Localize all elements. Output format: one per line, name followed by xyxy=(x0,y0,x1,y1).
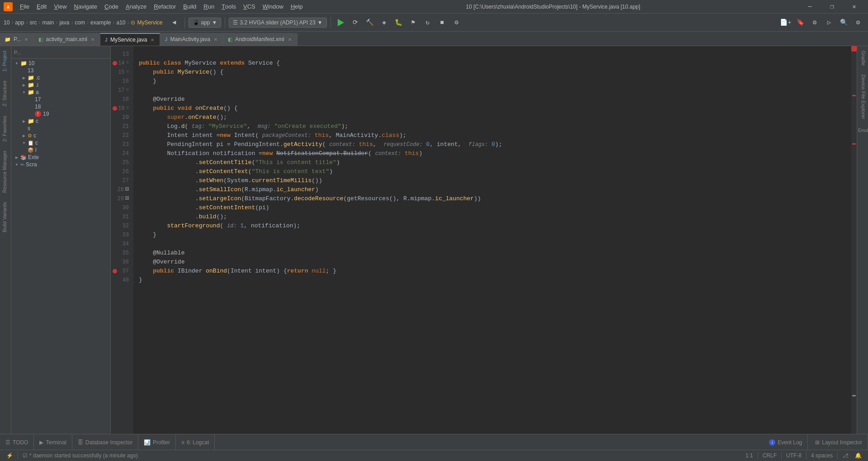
stop-button[interactable]: ■ xyxy=(436,16,448,29)
bottom-tab-database[interactable]: 🗄 Database Inspector xyxy=(72,434,138,450)
editor-area[interactable]: 13 14 ▽ 15 ▽ 16 17 ▽ xyxy=(111,46,857,434)
profile-button[interactable]: ◈ xyxy=(378,16,391,29)
breadcrumb-part-com[interactable]: java xyxy=(59,19,69,26)
breadcrumb-part-main[interactable]: src xyxy=(29,19,37,26)
tree-item-19[interactable]: ! 19 xyxy=(11,110,110,118)
gear-button[interactable]: ⚙ xyxy=(852,16,864,29)
bottom-tab-profiler[interactable]: 📊 Profiler xyxy=(138,434,176,450)
status-encoding[interactable]: UTF-8 xyxy=(783,450,804,461)
settings-button[interactable]: ⚙ xyxy=(450,16,463,29)
tree-item-c4[interactable]: 📋 c xyxy=(11,139,110,146)
tree-content[interactable]: 📁 10 13 📁 .c 📁 .i xyxy=(11,59,110,434)
avd-selector[interactable]: ☰ 3.2 HVGA slider (ADP1) API 23 ▼ xyxy=(229,18,326,28)
bottom-tab-event-log[interactable]: i Event Log xyxy=(764,434,808,450)
activity-main-tab-close[interactable]: ✕ xyxy=(90,37,95,42)
tree-item-c3[interactable]: ⚙ c xyxy=(11,132,110,139)
add-file-button[interactable]: 📄+ xyxy=(779,16,792,29)
myservice-tab-close[interactable]: ✕ xyxy=(150,37,155,43)
breakpoint-37[interactable] xyxy=(113,269,117,273)
breadcrumb-part-src[interactable]: app xyxy=(15,19,24,26)
run2-button[interactable]: ▷ xyxy=(823,16,835,29)
debug2-button[interactable]: ⚙ xyxy=(808,16,821,29)
device-selector[interactable]: 📱 app ▼ xyxy=(189,18,222,28)
menu-vcs[interactable]: VCS xyxy=(240,0,259,14)
code-content[interactable]: public class MyService extends Service {… xyxy=(133,46,851,434)
hammer-button[interactable]: 🔨 xyxy=(363,16,376,29)
sidebar-tab-build-variants[interactable]: Build Variants xyxy=(0,198,11,237)
tab-mainactivity[interactable]: J MainActivity.java ✕ xyxy=(160,33,223,46)
sidebar-tab-favorites[interactable]: 2: Favorites xyxy=(0,111,11,146)
tab-project[interactable]: 📁 P... ✕ xyxy=(0,33,34,46)
status-notifications[interactable]: 🔔 xyxy=(852,450,864,461)
bottom-tab-terminal[interactable]: ▶ Terminal xyxy=(34,434,72,450)
tree-item-18[interactable]: 18 xyxy=(11,103,110,110)
bottom-tab-layout-inspector[interactable]: ⊞ Layout Inspector xyxy=(810,434,868,450)
bottom-tab-logcat[interactable]: ≡ 6: Logcat xyxy=(176,434,215,450)
menu-view[interactable]: View xyxy=(50,0,70,14)
status-git[interactable]: ⎇ xyxy=(840,450,851,461)
tree-item-l[interactable]: 📦 l xyxy=(11,146,110,154)
breadcrumb-part-java[interactable]: main xyxy=(42,19,54,26)
breadcrumb-part-a10[interactable]: example xyxy=(90,19,111,26)
breadcrumb-part-a10-2[interactable]: a10 xyxy=(116,19,125,26)
maximize-button[interactable]: ❐ xyxy=(822,0,842,14)
sync-button[interactable]: ⟳ xyxy=(349,16,362,29)
status-cursor[interactable]: 1:1 xyxy=(743,450,756,461)
tree-item-13[interactable]: 13 xyxy=(11,67,110,74)
menu-refactor[interactable]: Refactor xyxy=(150,0,179,14)
tree-item-c1[interactable]: 📁 .c xyxy=(11,74,110,81)
sidebar-tab-project[interactable]: 1: Project xyxy=(0,46,11,76)
breadcrumb-active[interactable]: MyService xyxy=(137,19,162,26)
fold-15[interactable]: ▽ xyxy=(127,69,129,75)
tree-item-scra[interactable]: ✏ Scra xyxy=(11,161,110,168)
menu-run[interactable]: Run xyxy=(200,0,218,14)
menu-help[interactable]: Help xyxy=(287,0,307,14)
tree-item-10[interactable]: 📁 10 xyxy=(11,60,110,67)
tab-myservice[interactable]: J MyService.java ✕ xyxy=(100,33,160,46)
menu-tools[interactable]: Tools xyxy=(218,0,240,14)
coverage-button[interactable]: ⚑ xyxy=(407,16,420,29)
menu-build[interactable]: Build xyxy=(179,0,200,14)
menu-analyze[interactable]: Analyze xyxy=(122,0,150,14)
tree-item-17[interactable]: 17 xyxy=(11,96,110,103)
close-button[interactable]: ✕ xyxy=(844,0,864,14)
bookmark-button[interactable]: 🔖 xyxy=(794,16,807,29)
breakpoint-19[interactable] xyxy=(113,106,117,111)
menu-edit[interactable]: Edit xyxy=(33,0,50,14)
debug-button[interactable]: 🐛 xyxy=(392,16,405,29)
mainactivity-tab-close[interactable]: ✕ xyxy=(213,37,218,42)
fold-14[interactable]: ▽ xyxy=(127,60,129,66)
run-button[interactable] xyxy=(335,16,347,29)
status-indent[interactable]: 4 spaces xyxy=(808,450,835,461)
rsidebar-tab-device-file[interactable]: Device File Explorer xyxy=(857,70,868,123)
breakpoint-14[interactable] xyxy=(113,61,117,66)
fold-19[interactable]: ▽ xyxy=(127,105,129,112)
rsidebar-tab-gradle[interactable]: Gradle xyxy=(857,46,868,70)
tree-item-i[interactable]: 📁 .i xyxy=(11,81,110,89)
tree-item-s[interactable]: s xyxy=(11,125,110,132)
menu-file[interactable]: File xyxy=(16,0,33,14)
tree-item-exte[interactable]: 📚 Exte xyxy=(11,154,110,161)
sidebar-tab-resource[interactable]: Resource Manager xyxy=(0,146,11,198)
rsidebar-tab-emulator[interactable]: Emulator xyxy=(857,123,868,137)
fold-17[interactable]: ▽ xyxy=(127,87,129,94)
tab-androidmanifest[interactable]: ◧ AndroidManifest.xml ✕ xyxy=(223,33,297,46)
back-button[interactable]: ◄ xyxy=(168,16,181,29)
breadcrumb-part-app[interactable]: 10 xyxy=(4,19,9,26)
breadcrumb-part-example[interactable]: com xyxy=(75,19,85,26)
status-line-ending[interactable]: CRLF xyxy=(760,450,779,461)
status-daemon[interactable]: ☑ * daemon started successfully (a minut… xyxy=(20,450,141,461)
minimize-button[interactable]: ─ xyxy=(800,0,820,14)
project-tab-close[interactable]: ✕ xyxy=(24,37,29,42)
status-power[interactable]: ⚡ xyxy=(4,450,16,461)
bottom-tab-todo[interactable]: ☰ TODO xyxy=(0,434,34,450)
tree-item-a[interactable]: 📁 a xyxy=(11,89,110,96)
tab-activity-main[interactable]: ◧ activity_main.xml ✕ xyxy=(34,33,100,46)
menu-code[interactable]: Code xyxy=(101,0,122,14)
menu-window[interactable]: Window xyxy=(259,0,287,14)
tree-item-c2[interactable]: 📁 c xyxy=(11,118,110,125)
androidmanifest-tab-close[interactable]: ✕ xyxy=(287,37,292,42)
attach-button[interactable]: ↻ xyxy=(421,16,434,29)
search-button[interactable]: 🔍 xyxy=(837,16,850,29)
menu-navigate[interactable]: Navigate xyxy=(71,0,101,14)
